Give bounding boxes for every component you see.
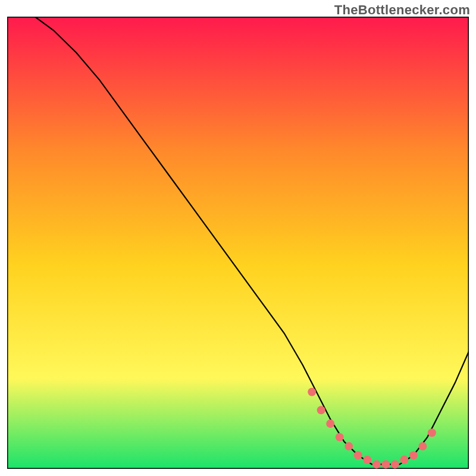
optimal-dot	[363, 456, 371, 464]
optimal-dot	[428, 428, 436, 437]
optimal-dot	[381, 460, 390, 468]
optimal-dot	[308, 388, 316, 396]
optimal-dot	[326, 419, 334, 428]
optimal-dot	[354, 451, 362, 459]
optimal-dot	[372, 460, 381, 468]
optimal-dot	[391, 460, 399, 468]
optimal-dot	[400, 456, 408, 464]
optimal-dot	[409, 451, 418, 459]
optimal-dot	[345, 442, 353, 450]
optimal-dot	[317, 406, 325, 414]
plot-area	[7, 17, 469, 469]
optimal-dot	[336, 433, 344, 441]
plot-background	[7, 17, 469, 469]
chart-svg	[7, 17, 469, 469]
optimal-dot	[418, 442, 427, 450]
chart-container: TheBottlenecker.com	[0, 0, 476, 476]
attribution-label: TheBottlenecker.com	[334, 2, 470, 18]
